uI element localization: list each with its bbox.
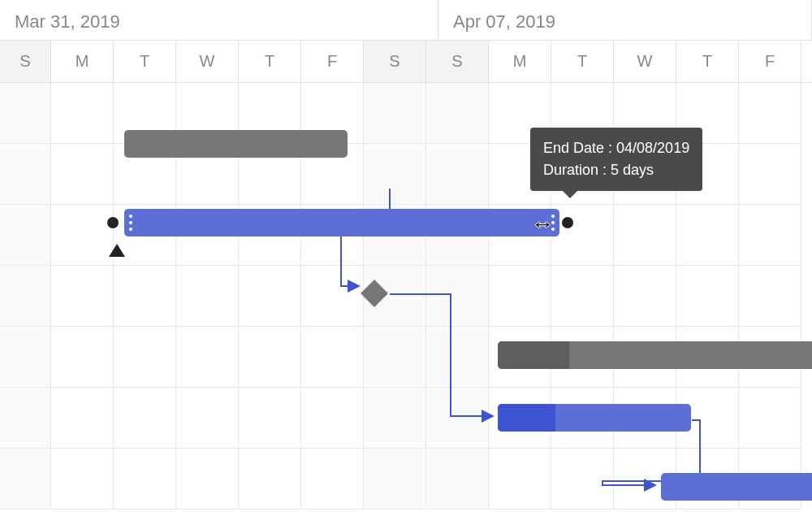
day-label: M	[51, 41, 114, 82]
day-label: W	[614, 41, 676, 82]
day-label: S	[0, 41, 51, 82]
day-label: T	[239, 41, 301, 82]
day-label: F	[301, 41, 364, 82]
week-label: Mar 31, 2019	[0, 0, 438, 40]
day-label: S	[426, 41, 489, 82]
baseline-start-icon	[107, 217, 119, 228]
baseline-end-icon	[562, 217, 573, 228]
drag-handle-icon[interactable]	[129, 215, 132, 231]
task-bar[interactable]	[661, 473, 812, 501]
day-header: S M T W T F S S M T W T F	[0, 41, 812, 83]
drag-handle-icon[interactable]	[551, 215, 555, 231]
task-bar[interactable]	[498, 341, 812, 369]
day-label: T	[551, 41, 614, 82]
gantt-chart: Mar 31, 2019 Apr 07, 2019 S M T W T F S …	[0, 0, 812, 512]
resize-tooltip: End Date : 04/08/2019 Duration : 5 days	[530, 128, 702, 191]
task-bar[interactable]	[498, 404, 691, 432]
tooltip-end-date-value: 04/08/2019	[616, 140, 689, 156]
day-label: W	[176, 41, 239, 82]
day-label: T	[114, 41, 176, 82]
tooltip-duration-value: 5 days	[611, 162, 654, 178]
week-header: Mar 31, 2019 Apr 07, 2019	[0, 0, 812, 41]
gantt-grid: ↔ End Date : 04/08/2019 Duration : 5 day…	[0, 83, 812, 510]
tooltip-end-date-label: End Date :	[543, 140, 616, 156]
task-bar[interactable]	[124, 130, 348, 158]
day-label: S	[364, 41, 426, 82]
week-label: Apr 07, 2019	[438, 0, 812, 40]
tooltip-duration-label: Duration :	[543, 162, 611, 178]
baseline-marker-icon	[109, 244, 125, 257]
day-label: M	[489, 41, 551, 82]
day-label: T	[676, 41, 739, 82]
grid-row[interactable]	[0, 266, 812, 327]
task-bar-resizing[interactable]	[124, 209, 559, 236]
day-label: F	[739, 41, 801, 82]
